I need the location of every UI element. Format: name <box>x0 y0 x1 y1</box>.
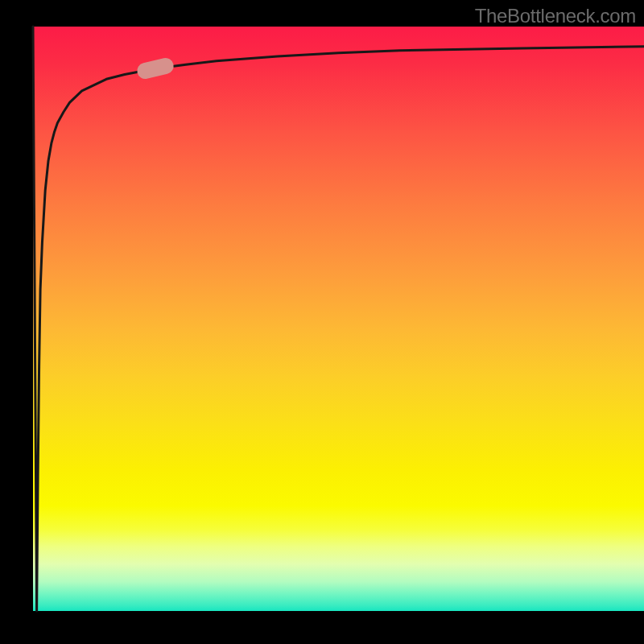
watermark-text: TheBottleneck.com <box>475 5 636 27</box>
chart-background-gradient <box>33 27 644 611</box>
